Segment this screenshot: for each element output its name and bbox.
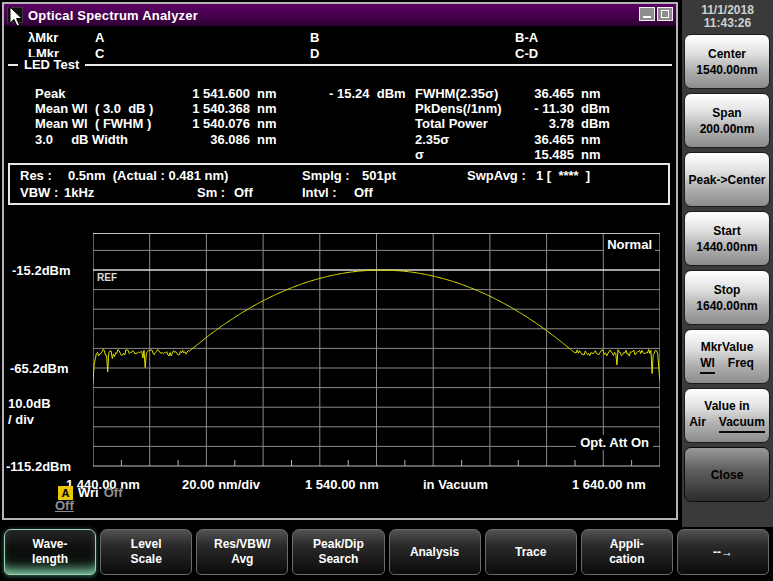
- window-titlebar: Optical Spectrum Analyzer: [4, 4, 676, 26]
- result-label: PkDens(/1nm): [415, 101, 517, 116]
- result-value: 15.485: [517, 147, 581, 162]
- marker-value-freq-option[interactable]: Freq: [728, 355, 754, 374]
- tab-analysis[interactable]: Analysis: [389, 529, 481, 575]
- function-tabbar: Wave-length LevelScale Res/VBW/Avg Peak/…: [0, 527, 773, 581]
- result-value: - 11.30: [517, 101, 581, 116]
- marker-value-button[interactable]: MkrValue Wl Freq: [684, 329, 770, 384]
- result-unit: nm: [581, 132, 621, 147]
- y-bottom-label: -115.2dBm: [6, 459, 71, 474]
- x-medium-label: in Vacuum: [423, 477, 488, 492]
- marker-c: C: [95, 46, 104, 61]
- result-label: FWHM(2.35σ): [415, 86, 517, 101]
- intvl-key: Intvl :: [302, 184, 337, 201]
- x-stop-label: 1 640.00 nm: [572, 477, 646, 492]
- tab-res-vbw-avg[interactable]: Res/VBW/Avg: [196, 529, 288, 575]
- mouse-cursor-icon: [9, 6, 25, 28]
- maximize-icon: [661, 10, 669, 18]
- swpavg-value: 1 [ **** ]: [536, 167, 590, 184]
- wavelength-marker-label: λMkr: [28, 30, 58, 45]
- marker-value-wl-option[interactable]: Wl: [700, 355, 715, 374]
- analysis-results-right: FWHM(2.35σ) 36.465 nm PkDens(/1nm) - 11.…: [415, 86, 645, 162]
- ref-line-label: REF: [97, 272, 117, 283]
- start-button[interactable]: Start 1440.00nm: [684, 211, 770, 266]
- sweep-mode-label: Normal: [604, 237, 655, 252]
- y-ref-label: -15.2dBm: [12, 263, 71, 278]
- opt-att-label: Opt. Att On: [576, 435, 653, 450]
- sweep-settings-box: Res : 0.5nm (Actual : 0.481 nm) Smplg : …: [8, 163, 670, 205]
- window-title: Optical Spectrum Analyzer: [28, 8, 198, 23]
- result-value: 3.78: [517, 116, 581, 131]
- result-row: 3.0 dB Width 36.086 nm: [35, 132, 435, 147]
- trace-state: Off: [104, 485, 123, 500]
- span-button-value: 200.00nm: [700, 121, 755, 137]
- swpavg-key: SwpAvg :: [467, 167, 526, 184]
- peak-level-value: - 15.24 dBm: [291, 86, 435, 101]
- center-button-label: Center: [708, 46, 746, 62]
- section-divider: [8, 64, 672, 66]
- result-unit: nm: [257, 132, 291, 147]
- span-button-label: Span: [712, 105, 741, 121]
- peak-to-center-label: Peak->Center: [688, 172, 765, 188]
- close-button[interactable]: Close: [684, 447, 770, 502]
- result-value: 1 540.368: [177, 101, 257, 116]
- result-row: PkDens(/1nm) - 11.30 dBm: [415, 101, 645, 116]
- result-unit: nm: [581, 147, 621, 162]
- marker-b-a: B-A: [515, 30, 538, 45]
- center-button-value: 1540.00nm: [696, 62, 757, 78]
- vbw-key: VBW :: [20, 184, 58, 201]
- intvl-value: Off: [354, 184, 373, 201]
- spectrum-trace-plot: [93, 233, 660, 467]
- result-unit: dBm: [581, 101, 621, 116]
- x-center-label: 1 540.00 nm: [305, 477, 379, 492]
- y-mid-label: -65.2dBm: [10, 361, 69, 376]
- x-perdiv-label: 20.00 nm/div: [182, 477, 260, 492]
- result-unit: dBm: [581, 116, 621, 131]
- peak-to-center-button[interactable]: Peak->Center: [684, 152, 770, 207]
- value-in-air-option[interactable]: Air: [689, 414, 706, 433]
- marker-b: B: [310, 30, 319, 45]
- y-scale-label: 10.0dB: [8, 396, 51, 411]
- tab-level-scale[interactable]: LevelScale: [100, 529, 192, 575]
- result-value: 1 541.600: [177, 86, 257, 101]
- result-unit: nm: [257, 101, 291, 116]
- result-row: Total Power 3.78 dBm: [415, 116, 645, 131]
- maximize-button[interactable]: [657, 7, 673, 21]
- result-value: 36.086: [177, 132, 257, 147]
- stop-button[interactable]: Stop 1640.00nm: [684, 270, 770, 325]
- tab-wavelength[interactable]: Wave-length: [4, 529, 96, 575]
- res-value: 0.5nm (Actual : 0.481 nm): [68, 167, 228, 184]
- y-scale-label-2: / div: [8, 412, 34, 427]
- result-label: Mean Wl ( 3.0 dB ): [35, 101, 177, 116]
- value-in-vacuum-option[interactable]: Vacuum: [719, 414, 765, 433]
- result-row: σ 15.485 nm: [415, 147, 645, 162]
- tab-more-arrow[interactable]: --→: [677, 529, 769, 575]
- value-in-button[interactable]: Value in Air Vacuum: [684, 388, 770, 443]
- analysis-results-left: Peak 1 541.600 nm - 15.24 dBm Mean Wl ( …: [35, 86, 435, 147]
- result-label: Total Power: [415, 116, 517, 131]
- tab-trace[interactable]: Trace: [485, 529, 577, 575]
- result-row: FWHM(2.35σ) 36.465 nm: [415, 86, 645, 101]
- result-unit: nm: [257, 116, 291, 131]
- center-button[interactable]: Center 1540.00nm: [684, 34, 770, 89]
- time-display: 11:43:26: [682, 17, 773, 30]
- tab-peak-dip-search[interactable]: Peak/DipSearch: [292, 529, 384, 575]
- value-in-title: Value in: [704, 398, 749, 414]
- result-label: σ: [415, 147, 517, 162]
- marker-c-d: C-D: [515, 46, 538, 61]
- smplg-key: Smplg :: [302, 167, 350, 184]
- span-button[interactable]: Span 200.00nm: [684, 93, 770, 148]
- sm-value: Off: [234, 184, 253, 201]
- start-button-value: 1440.00nm: [696, 239, 757, 255]
- marker-d: D: [310, 46, 319, 61]
- result-unit: nm: [257, 86, 291, 101]
- result-row: 2.35σ 36.465 nm: [415, 132, 645, 147]
- start-button-label: Start: [713, 223, 740, 239]
- softkey-panel: 11/1/2018 11:43:26 Center 1540.00nm Span…: [682, 0, 773, 527]
- minimize-button[interactable]: [639, 7, 655, 21]
- close-button-label: Close: [711, 467, 744, 483]
- result-row: Mean Wl ( 3.0 dB ) 1 540.368 nm: [35, 101, 435, 116]
- trace-write-mode: Wri: [78, 485, 99, 500]
- more-arrow-icon: --→: [713, 545, 733, 560]
- stop-button-label: Stop: [714, 282, 741, 298]
- tab-application[interactable]: Appli-cation: [581, 529, 673, 575]
